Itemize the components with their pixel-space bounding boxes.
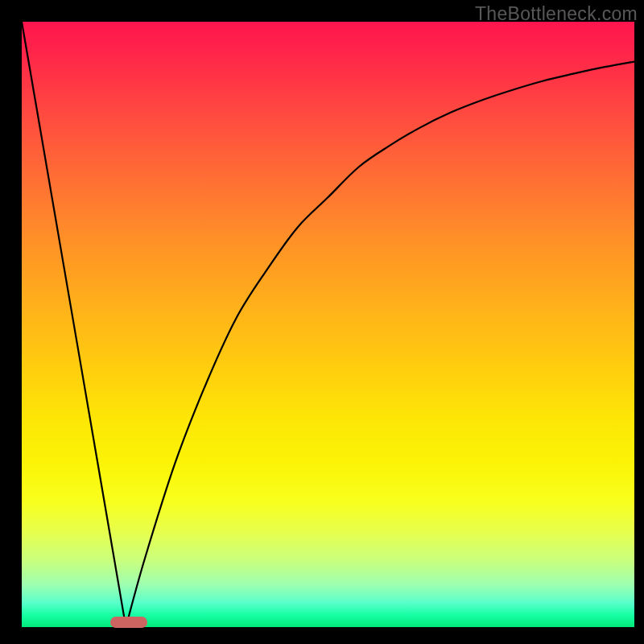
curve-overlay	[22, 22, 634, 627]
right-branch-curve	[126, 62, 634, 627]
left-branch-curve	[22, 22, 126, 627]
optimum-marker[interactable]	[110, 617, 147, 628]
chart-frame: TheBottleneck.com	[0, 0, 644, 644]
watermark-text: TheBottleneck.com	[475, 3, 638, 25]
